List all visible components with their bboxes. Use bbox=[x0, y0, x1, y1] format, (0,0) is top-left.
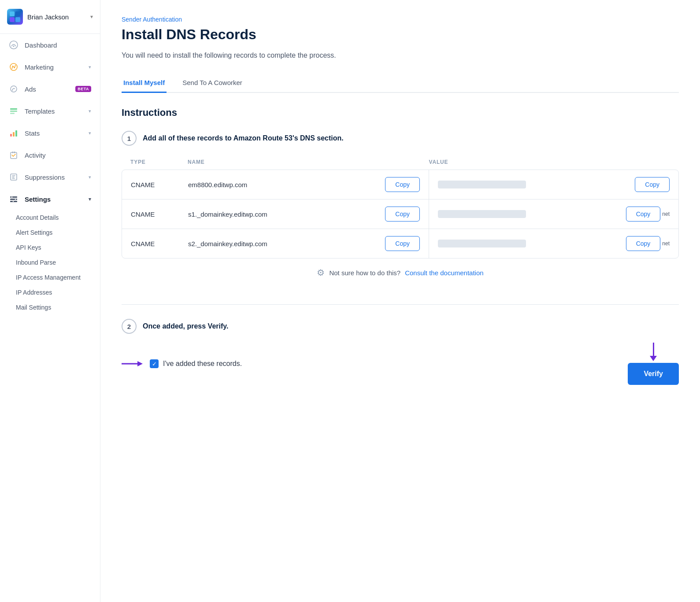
submenu-ip-access[interactable]: IP Access Management bbox=[0, 270, 100, 285]
step-1: 1 Add all of these records to Amazon Rou… bbox=[122, 131, 679, 287]
dns-row-2-name-value: s1._domainkey.editwp.com bbox=[188, 211, 267, 218]
svg-rect-11 bbox=[10, 134, 12, 137]
submenu-inbound-parse[interactable]: Inbound Parse bbox=[0, 255, 100, 270]
svg-rect-2 bbox=[10, 17, 15, 22]
sidebar-label-ads: Ads bbox=[25, 85, 69, 93]
user-chevron-icon: ▾ bbox=[90, 14, 93, 20]
instructions-title: Instructions bbox=[122, 107, 679, 118]
svg-rect-1 bbox=[15, 11, 20, 16]
checkbox-wrapper: ✓ I've added these records. bbox=[150, 359, 242, 368]
settings-chevron-icon: ▾ bbox=[89, 196, 91, 202]
svg-rect-0 bbox=[10, 11, 15, 16]
dns-row-2-suffix: net bbox=[662, 211, 670, 217]
help-text-area: ⚙ Not sure how to do this? Consult the d… bbox=[122, 259, 679, 287]
svg-rect-8 bbox=[10, 108, 17, 110]
page-title: Install DNS Records bbox=[122, 26, 679, 43]
svg-rect-9 bbox=[10, 111, 17, 112]
dns-row-3-type: CNAME bbox=[122, 233, 179, 255]
svg-point-7 bbox=[11, 86, 17, 92]
help-text-label: Not sure how to do this? bbox=[329, 269, 400, 277]
main-nav: Dashboard Marketing ▾ Ads BETA bbox=[0, 34, 100, 315]
dns-row-3-copy-name[interactable]: Copy bbox=[385, 236, 420, 251]
dns-row-3-suffix: net bbox=[662, 240, 670, 247]
step-1-title: Add all of these records to Amazon Route… bbox=[143, 134, 344, 142]
sidebar-item-stats[interactable]: Stats ▾ bbox=[0, 122, 100, 144]
dns-table-headers: TYPE NAME VALUE bbox=[122, 155, 679, 170]
step-1-number: 1 bbox=[122, 131, 137, 146]
stats-icon bbox=[9, 128, 19, 138]
dns-row-2-copy-name[interactable]: Copy bbox=[385, 207, 420, 222]
help-icon: ⚙ bbox=[317, 267, 325, 278]
dns-row-1-type: CNAME bbox=[122, 174, 179, 196]
dns-row-1-copy-value[interactable]: Copy bbox=[635, 177, 670, 192]
templates-chevron-icon: ▾ bbox=[89, 108, 91, 114]
step-2-left: ✓ I've added these records. bbox=[122, 358, 242, 369]
svg-rect-3 bbox=[15, 17, 20, 22]
sidebar-label-stats: Stats bbox=[25, 129, 82, 137]
user-name: Brian Jackson bbox=[27, 13, 86, 21]
checkbox-label: I've added these records. bbox=[163, 360, 242, 368]
checkbox-added-records[interactable]: ✓ bbox=[150, 359, 159, 368]
dns-row-3-copy-value[interactable]: Copy bbox=[626, 236, 661, 251]
arrow-down-head bbox=[650, 356, 657, 361]
avatar bbox=[7, 9, 23, 25]
step-2: 2 Once added, press Verify. ✓ I've added… bbox=[122, 319, 679, 385]
sidebar-item-activity[interactable]: Activity bbox=[0, 144, 100, 166]
dns-row-2-value-blurred bbox=[438, 210, 526, 218]
ads-icon bbox=[9, 84, 19, 94]
dns-row-1: CNAME em8800.editwp.com Copy Copy bbox=[122, 170, 678, 199]
col-header-name: NAME bbox=[188, 159, 429, 165]
dashboard-icon bbox=[9, 40, 19, 50]
dns-row-3-name-value: s2._domainkey.editwp.com bbox=[188, 240, 267, 247]
settings-submenu: Account Details Alert Settings API Keys … bbox=[0, 210, 100, 315]
suppressions-chevron-icon: ▾ bbox=[89, 174, 91, 180]
svg-rect-15 bbox=[12, 151, 13, 153]
user-menu[interactable]: Brian Jackson ▾ bbox=[0, 0, 100, 34]
marketing-icon bbox=[9, 62, 19, 72]
tab-install-myself[interactable]: Install Myself bbox=[122, 74, 167, 93]
breadcrumb: Sender Authentication bbox=[122, 16, 679, 23]
sidebar-item-dashboard[interactable]: Dashboard bbox=[0, 34, 100, 56]
tab-send-coworker[interactable]: Send To A Coworker bbox=[181, 74, 244, 93]
verify-button[interactable]: Verify bbox=[628, 363, 679, 385]
svg-point-5 bbox=[13, 46, 15, 47]
sidebar-item-templates[interactable]: Templates ▾ bbox=[0, 100, 100, 122]
dns-row-2-name-cell: s1._domainkey.editwp.com Copy bbox=[179, 199, 429, 229]
step-2-content-row: ✓ I've added these records. Verify bbox=[122, 343, 679, 385]
sidebar-item-suppressions[interactable]: Suppressions ▾ bbox=[0, 166, 100, 188]
submenu-api-keys[interactable]: API Keys bbox=[0, 240, 100, 255]
sidebar-item-settings[interactable]: Settings ▾ bbox=[0, 188, 100, 210]
dns-row-1-copy-name[interactable]: Copy bbox=[385, 177, 420, 192]
verify-area: Verify bbox=[628, 343, 679, 385]
dns-rows-container: CNAME em8800.editwp.com Copy Copy CNAME … bbox=[122, 170, 679, 259]
dns-row-3: CNAME s2._domainkey.editwp.com Copy Copy… bbox=[122, 229, 678, 258]
help-link[interactable]: Consult the documentation bbox=[405, 269, 483, 277]
suppressions-icon bbox=[9, 172, 19, 182]
dns-row-2-type: CNAME bbox=[122, 203, 179, 225]
dns-row-2-copy-value[interactable]: Copy bbox=[626, 207, 661, 222]
svg-point-25 bbox=[15, 199, 16, 200]
sidebar-item-marketing[interactable]: Marketing ▾ bbox=[0, 56, 100, 78]
dns-row-3-value-cell: Copy net bbox=[429, 229, 678, 258]
arrow-right-icon bbox=[122, 358, 143, 369]
dns-row-3-value-blurred bbox=[438, 240, 526, 247]
svg-point-4 bbox=[10, 41, 18, 49]
sidebar-label-dashboard: Dashboard bbox=[25, 41, 91, 49]
dns-row-2-value-cell: Copy net bbox=[429, 199, 678, 229]
sidebar-label-marketing: Marketing bbox=[25, 63, 82, 71]
beta-badge: BETA bbox=[75, 86, 91, 92]
arrow-down-line bbox=[653, 343, 654, 356]
dns-row-1-value-blurred bbox=[438, 181, 526, 188]
sidebar: Brian Jackson ▾ Dashboard Market bbox=[0, 0, 100, 602]
sidebar-item-ads[interactable]: Ads BETA bbox=[0, 78, 100, 100]
svg-marker-28 bbox=[137, 361, 143, 366]
sidebar-label-templates: Templates bbox=[25, 107, 82, 115]
activity-icon bbox=[9, 150, 19, 160]
submenu-ip-addresses[interactable]: IP Addresses bbox=[0, 285, 100, 300]
dns-row-3-name-cell: s2._domainkey.editwp.com Copy bbox=[179, 229, 429, 258]
submenu-alert-settings[interactable]: Alert Settings bbox=[0, 225, 100, 240]
submenu-mail-settings[interactable]: Mail Settings bbox=[0, 300, 100, 315]
dns-row-1-name-value: em8800.editwp.com bbox=[188, 181, 247, 188]
dns-row-2: CNAME s1._domainkey.editwp.com Copy Copy… bbox=[122, 199, 678, 229]
submenu-account-details[interactable]: Account Details bbox=[0, 210, 100, 225]
